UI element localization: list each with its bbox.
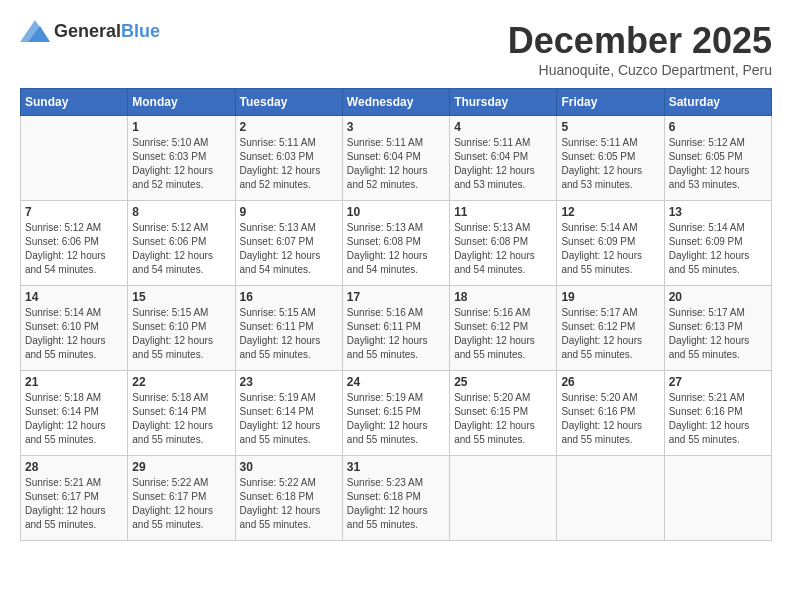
- day-info: Sunrise: 5:20 AMSunset: 6:16 PMDaylight:…: [561, 391, 659, 447]
- day-number: 8: [132, 205, 230, 219]
- day-cell: 19Sunrise: 5:17 AMSunset: 6:12 PMDayligh…: [557, 286, 664, 371]
- day-info: Sunrise: 5:16 AMSunset: 6:11 PMDaylight:…: [347, 306, 445, 362]
- day-cell: [557, 456, 664, 541]
- day-cell: [450, 456, 557, 541]
- day-info: Sunrise: 5:21 AMSunset: 6:17 PMDaylight:…: [25, 476, 123, 532]
- day-info: Sunrise: 5:20 AMSunset: 6:15 PMDaylight:…: [454, 391, 552, 447]
- day-cell: 26Sunrise: 5:20 AMSunset: 6:16 PMDayligh…: [557, 371, 664, 456]
- day-number: 27: [669, 375, 767, 389]
- day-cell: 10Sunrise: 5:13 AMSunset: 6:08 PMDayligh…: [342, 201, 449, 286]
- title-section: December 2025 Huanoquite, Cuzco Departme…: [508, 20, 772, 78]
- header-monday: Monday: [128, 89, 235, 116]
- week-row-3: 14Sunrise: 5:14 AMSunset: 6:10 PMDayligh…: [21, 286, 772, 371]
- week-row-2: 7Sunrise: 5:12 AMSunset: 6:06 PMDaylight…: [21, 201, 772, 286]
- day-number: 31: [347, 460, 445, 474]
- day-number: 25: [454, 375, 552, 389]
- day-cell: 5Sunrise: 5:11 AMSunset: 6:05 PMDaylight…: [557, 116, 664, 201]
- day-cell: 30Sunrise: 5:22 AMSunset: 6:18 PMDayligh…: [235, 456, 342, 541]
- day-cell: 20Sunrise: 5:17 AMSunset: 6:13 PMDayligh…: [664, 286, 771, 371]
- day-number: 1: [132, 120, 230, 134]
- day-info: Sunrise: 5:15 AMSunset: 6:11 PMDaylight:…: [240, 306, 338, 362]
- day-info: Sunrise: 5:16 AMSunset: 6:12 PMDaylight:…: [454, 306, 552, 362]
- day-info: Sunrise: 5:18 AMSunset: 6:14 PMDaylight:…: [132, 391, 230, 447]
- month-year-title: December 2025: [508, 20, 772, 62]
- day-info: Sunrise: 5:12 AMSunset: 6:05 PMDaylight:…: [669, 136, 767, 192]
- day-cell: 12Sunrise: 5:14 AMSunset: 6:09 PMDayligh…: [557, 201, 664, 286]
- week-row-4: 21Sunrise: 5:18 AMSunset: 6:14 PMDayligh…: [21, 371, 772, 456]
- day-cell: 11Sunrise: 5:13 AMSunset: 6:08 PMDayligh…: [450, 201, 557, 286]
- day-info: Sunrise: 5:11 AMSunset: 6:05 PMDaylight:…: [561, 136, 659, 192]
- day-number: 11: [454, 205, 552, 219]
- calendar-header: Sunday Monday Tuesday Wednesday Thursday…: [21, 89, 772, 116]
- day-info: Sunrise: 5:17 AMSunset: 6:12 PMDaylight:…: [561, 306, 659, 362]
- day-cell: 22Sunrise: 5:18 AMSunset: 6:14 PMDayligh…: [128, 371, 235, 456]
- header-tuesday: Tuesday: [235, 89, 342, 116]
- day-info: Sunrise: 5:11 AMSunset: 6:04 PMDaylight:…: [347, 136, 445, 192]
- day-number: 17: [347, 290, 445, 304]
- day-info: Sunrise: 5:15 AMSunset: 6:10 PMDaylight:…: [132, 306, 230, 362]
- day-cell: [664, 456, 771, 541]
- day-info: Sunrise: 5:12 AMSunset: 6:06 PMDaylight:…: [132, 221, 230, 277]
- day-number: 28: [25, 460, 123, 474]
- day-info: Sunrise: 5:21 AMSunset: 6:16 PMDaylight:…: [669, 391, 767, 447]
- day-number: 22: [132, 375, 230, 389]
- day-info: Sunrise: 5:12 AMSunset: 6:06 PMDaylight:…: [25, 221, 123, 277]
- day-number: 18: [454, 290, 552, 304]
- day-cell: [21, 116, 128, 201]
- day-cell: 31Sunrise: 5:23 AMSunset: 6:18 PMDayligh…: [342, 456, 449, 541]
- logo-general: General: [54, 21, 121, 41]
- day-info: Sunrise: 5:11 AMSunset: 6:03 PMDaylight:…: [240, 136, 338, 192]
- day-info: Sunrise: 5:17 AMSunset: 6:13 PMDaylight:…: [669, 306, 767, 362]
- day-cell: 14Sunrise: 5:14 AMSunset: 6:10 PMDayligh…: [21, 286, 128, 371]
- header-wednesday: Wednesday: [342, 89, 449, 116]
- day-cell: 8Sunrise: 5:12 AMSunset: 6:06 PMDaylight…: [128, 201, 235, 286]
- day-cell: 3Sunrise: 5:11 AMSunset: 6:04 PMDaylight…: [342, 116, 449, 201]
- day-cell: 1Sunrise: 5:10 AMSunset: 6:03 PMDaylight…: [128, 116, 235, 201]
- day-info: Sunrise: 5:22 AMSunset: 6:18 PMDaylight:…: [240, 476, 338, 532]
- day-cell: 28Sunrise: 5:21 AMSunset: 6:17 PMDayligh…: [21, 456, 128, 541]
- day-number: 29: [132, 460, 230, 474]
- day-cell: 24Sunrise: 5:19 AMSunset: 6:15 PMDayligh…: [342, 371, 449, 456]
- day-cell: 29Sunrise: 5:22 AMSunset: 6:17 PMDayligh…: [128, 456, 235, 541]
- day-info: Sunrise: 5:18 AMSunset: 6:14 PMDaylight:…: [25, 391, 123, 447]
- day-cell: 13Sunrise: 5:14 AMSunset: 6:09 PMDayligh…: [664, 201, 771, 286]
- logo: GeneralBlue: [20, 20, 160, 42]
- day-info: Sunrise: 5:14 AMSunset: 6:10 PMDaylight:…: [25, 306, 123, 362]
- day-info: Sunrise: 5:10 AMSunset: 6:03 PMDaylight:…: [132, 136, 230, 192]
- day-number: 20: [669, 290, 767, 304]
- calendar-table: Sunday Monday Tuesday Wednesday Thursday…: [20, 88, 772, 541]
- day-number: 9: [240, 205, 338, 219]
- week-row-5: 28Sunrise: 5:21 AMSunset: 6:17 PMDayligh…: [21, 456, 772, 541]
- day-number: 5: [561, 120, 659, 134]
- day-cell: 25Sunrise: 5:20 AMSunset: 6:15 PMDayligh…: [450, 371, 557, 456]
- logo-icon: [20, 20, 50, 42]
- day-info: Sunrise: 5:19 AMSunset: 6:15 PMDaylight:…: [347, 391, 445, 447]
- day-number: 24: [347, 375, 445, 389]
- day-info: Sunrise: 5:13 AMSunset: 6:07 PMDaylight:…: [240, 221, 338, 277]
- day-number: 2: [240, 120, 338, 134]
- day-number: 21: [25, 375, 123, 389]
- location-subtitle: Huanoquite, Cuzco Department, Peru: [508, 62, 772, 78]
- day-cell: 7Sunrise: 5:12 AMSunset: 6:06 PMDaylight…: [21, 201, 128, 286]
- day-number: 7: [25, 205, 123, 219]
- day-number: 19: [561, 290, 659, 304]
- header-row: Sunday Monday Tuesday Wednesday Thursday…: [21, 89, 772, 116]
- day-cell: 16Sunrise: 5:15 AMSunset: 6:11 PMDayligh…: [235, 286, 342, 371]
- header-thursday: Thursday: [450, 89, 557, 116]
- day-cell: 15Sunrise: 5:15 AMSunset: 6:10 PMDayligh…: [128, 286, 235, 371]
- day-info: Sunrise: 5:14 AMSunset: 6:09 PMDaylight:…: [561, 221, 659, 277]
- day-info: Sunrise: 5:13 AMSunset: 6:08 PMDaylight:…: [454, 221, 552, 277]
- day-cell: 18Sunrise: 5:16 AMSunset: 6:12 PMDayligh…: [450, 286, 557, 371]
- day-cell: 9Sunrise: 5:13 AMSunset: 6:07 PMDaylight…: [235, 201, 342, 286]
- header-sunday: Sunday: [21, 89, 128, 116]
- day-info: Sunrise: 5:13 AMSunset: 6:08 PMDaylight:…: [347, 221, 445, 277]
- day-number: 15: [132, 290, 230, 304]
- header-friday: Friday: [557, 89, 664, 116]
- day-number: 4: [454, 120, 552, 134]
- day-info: Sunrise: 5:19 AMSunset: 6:14 PMDaylight:…: [240, 391, 338, 447]
- header-saturday: Saturday: [664, 89, 771, 116]
- day-info: Sunrise: 5:23 AMSunset: 6:18 PMDaylight:…: [347, 476, 445, 532]
- day-number: 12: [561, 205, 659, 219]
- day-cell: 23Sunrise: 5:19 AMSunset: 6:14 PMDayligh…: [235, 371, 342, 456]
- day-cell: 27Sunrise: 5:21 AMSunset: 6:16 PMDayligh…: [664, 371, 771, 456]
